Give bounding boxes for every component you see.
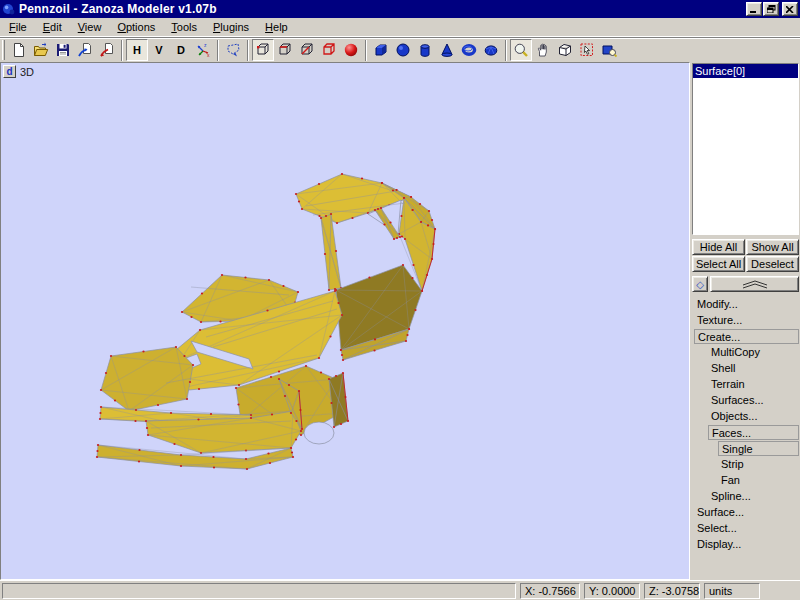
tree-item-spline[interactable]: Spline... (692, 489, 799, 505)
view-v-button[interactable]: V (148, 39, 170, 61)
new-file-button[interactable] (8, 39, 30, 61)
select-lasso-button[interactable] (222, 39, 244, 61)
mesh-vertex (295, 438, 297, 440)
mesh-vertex (142, 350, 144, 352)
create-geosphere-button[interactable] (480, 39, 502, 61)
mesh-vertex (412, 264, 414, 266)
tree-item-terrain[interactable]: Terrain (692, 377, 799, 393)
zoom-region-button[interactable] (598, 39, 620, 61)
menu-item-tools[interactable]: Tools (163, 19, 205, 36)
mesh-vertex (300, 430, 302, 432)
mesh-vertex (335, 375, 337, 377)
menu-item-help[interactable]: Help (257, 19, 296, 36)
tree-item-texture[interactable]: Texture... (692, 313, 799, 329)
show-all-button[interactable]: Show All (746, 239, 799, 255)
tree-item-single[interactable]: Single (692, 441, 799, 457)
edge-mode-button[interactable] (274, 39, 296, 61)
mesh-vertex (320, 217, 322, 219)
select-all-button[interactable]: Select All (692, 256, 745, 272)
status-message-panel (2, 583, 516, 599)
mesh-vertex (221, 274, 223, 276)
mesh-vertex (282, 285, 284, 287)
view-h-button[interactable]: H (126, 39, 148, 61)
mesh-vertex (400, 215, 402, 217)
material-sphere-button[interactable] (340, 39, 362, 61)
toolbar-grip[interactable] (2, 40, 5, 60)
mesh-vertex (427, 224, 429, 226)
mesh-vertex (146, 427, 148, 429)
tree-item-strip[interactable]: Strip (692, 457, 799, 473)
mesh-vertex (399, 236, 401, 238)
axes-button[interactable]: zx (192, 39, 214, 61)
import-button[interactable] (74, 39, 96, 61)
open-file-icon (33, 42, 49, 58)
viewport-menu-button[interactable]: d (3, 65, 16, 78)
main-area: d 3D Surface[0] Hide All Show All Select… (0, 62, 800, 580)
create-cone-button[interactable] (436, 39, 458, 61)
export-button[interactable] (96, 39, 118, 61)
surface-listbox[interactable]: Surface[0] (692, 63, 799, 235)
tree-item-faces[interactable]: Faces... (692, 425, 799, 441)
minimize-button[interactable] (746, 2, 762, 16)
pan-tool-button[interactable] (532, 39, 554, 61)
mesh-vertex (97, 444, 99, 446)
mesh-vertex (428, 210, 430, 212)
create-torus-icon (461, 42, 477, 58)
mesh-vertex (336, 222, 338, 224)
tree-item-select[interactable]: Select... (692, 521, 799, 537)
toolbar-separator (505, 40, 507, 61)
create-box-button[interactable] (370, 39, 392, 61)
close-button[interactable] (782, 2, 798, 16)
mesh-vertex (405, 340, 407, 342)
mesh-vertex (374, 338, 376, 340)
select-region-button[interactable] (576, 39, 598, 61)
tree-item-label: MultiCopy (708, 345, 799, 360)
panel-swap-button[interactable]: ◇ (692, 276, 708, 292)
view-d-label: D (177, 44, 185, 56)
hide-all-button[interactable]: Hide All (692, 239, 745, 255)
open-file-button[interactable] (30, 39, 52, 61)
tree-item-objects[interactable]: Objects... (692, 409, 799, 425)
menu-item-edit[interactable]: Edit (35, 19, 70, 36)
zoom-tool-button[interactable] (510, 39, 532, 61)
face-mode-button[interactable] (296, 39, 318, 61)
tree-item-surfaces[interactable]: Surfaces... (692, 393, 799, 409)
tree-item-fan[interactable]: Fan (692, 473, 799, 489)
mesh-vertex (213, 466, 215, 468)
deselect-button[interactable]: Deselect (746, 256, 799, 272)
mesh-vertex (100, 389, 102, 391)
tree-item-multicopy[interactable]: MultiCopy (692, 345, 799, 361)
create-sphere-button[interactable] (392, 39, 414, 61)
mesh-vertex (186, 398, 188, 400)
mesh-vertex (393, 238, 395, 240)
tree-item-create[interactable]: Create... (692, 329, 799, 345)
status-coord-y: Y: 0.0000 (584, 583, 640, 599)
menu-item-plugins[interactable]: Plugins (205, 19, 257, 36)
vertex-mode-button[interactable] (252, 39, 274, 61)
panel-collapse-button[interactable] (710, 276, 799, 292)
tree-item-surface[interactable]: Surface... (692, 505, 799, 521)
view-d-button[interactable]: D (170, 39, 192, 61)
rotate-view-button[interactable] (554, 39, 576, 61)
menu-item-options[interactable]: Options (109, 19, 163, 36)
menu-item-view[interactable]: View (70, 19, 110, 36)
mesh-vertex (318, 357, 320, 359)
tree-item-modify[interactable]: Modify... (692, 297, 799, 313)
viewport-3d[interactable]: d 3D (0, 62, 690, 580)
mesh-vertex (381, 182, 383, 184)
mesh-vertex (329, 335, 331, 337)
create-torus-button[interactable] (458, 39, 480, 61)
tree-item-label: Faces... (708, 425, 799, 440)
surface-list-item[interactable]: Surface[0] (693, 64, 798, 78)
restore-button[interactable] (763, 2, 779, 16)
object-mode-button[interactable] (318, 39, 340, 61)
mesh-vertex (192, 364, 194, 366)
tree-item-display[interactable]: Display... (692, 537, 799, 553)
selection-buttons: Hide All Show All Select All Deselect (692, 239, 799, 272)
create-cylinder-button[interactable] (414, 39, 436, 61)
status-units: units (704, 583, 760, 599)
mesh-vertex (318, 183, 320, 185)
save-file-button[interactable] (52, 39, 74, 61)
tree-item-shell[interactable]: Shell (692, 361, 799, 377)
menu-item-file[interactable]: File (1, 19, 35, 36)
